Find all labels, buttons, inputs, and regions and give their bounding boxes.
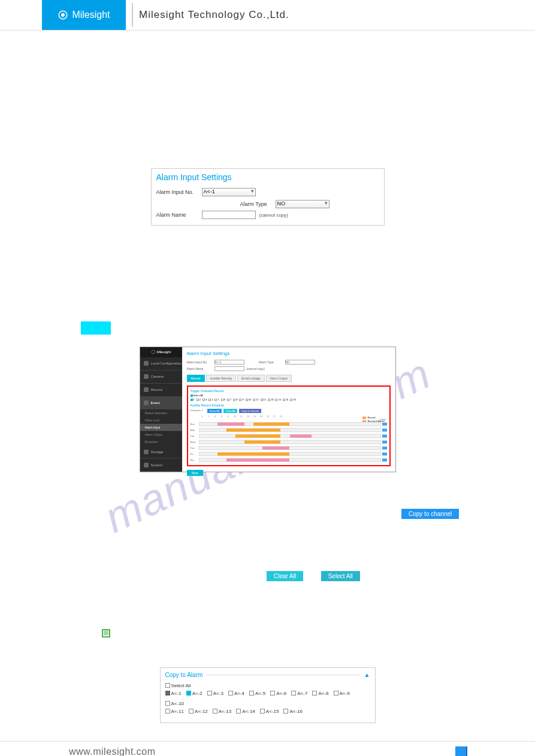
ss-name-note: (cannot copy): [247, 367, 265, 371]
checkbox-icon[interactable]: [189, 709, 194, 714]
highlight-block: [81, 321, 111, 335]
sidebar-item-system[interactable]: System: [140, 459, 182, 472]
copy-icon[interactable]: [382, 441, 387, 444]
sidebar-item-storage[interactable]: Storage: [140, 445, 182, 459]
ais-type-select[interactable]: NO: [276, 200, 330, 208]
checkbox-icon[interactable]: [202, 399, 205, 401]
ais-input-no-select[interactable]: A<-1: [202, 188, 256, 196]
ais-name-note: (cannot copy): [259, 212, 288, 218]
header-divider: [132, 3, 133, 27]
clear-all-button[interactable]: Clear All: [267, 571, 303, 581]
checkbox-icon[interactable]: [165, 701, 170, 706]
sidebar-item-local[interactable]: Local Configuration: [140, 357, 182, 371]
checkbox-icon[interactable]: [283, 709, 288, 714]
checkbox-icon[interactable]: [312, 691, 317, 696]
checkbox-icon[interactable]: [208, 399, 211, 401]
copy-icon[interactable]: [382, 459, 387, 462]
schedule-bar-thu[interactable]: [199, 446, 381, 450]
sidebar-item-record[interactable]: Record: [140, 384, 182, 397]
checkbox-icon[interactable]: [207, 691, 212, 696]
checkbox-icon[interactable]: [334, 691, 338, 696]
ss-select-all-row: Select All: [191, 394, 387, 397]
copy-icon[interactable]: [382, 435, 387, 438]
ss-tabs: Record Audible Warning Email Linkage Ala…: [187, 375, 391, 382]
checkbox-icon[interactable]: [233, 399, 235, 401]
checkbox-icon[interactable]: [275, 399, 277, 401]
checkbox-icon[interactable]: [191, 399, 193, 401]
checkbox-icon[interactable]: [165, 709, 170, 714]
checkbox-icon[interactable]: [268, 399, 270, 401]
tab-alarm-output[interactable]: Alarm Output: [266, 375, 292, 382]
checkbox-icon[interactable]: [261, 399, 263, 401]
ss-copy-channel-button[interactable]: Copy to channel: [239, 409, 261, 413]
checkbox-icon[interactable]: [165, 691, 170, 696]
schedule-bar-sat[interactable]: [199, 458, 381, 462]
copy-icon[interactable]: [382, 429, 387, 432]
save-button[interactable]: Save: [187, 470, 203, 476]
footer-url: www.milesight.com: [69, 746, 156, 756]
schedule-bar-fri[interactable]: [199, 452, 381, 456]
checkbox-icon[interactable]: [227, 399, 229, 401]
checkbox-icon[interactable]: [249, 691, 254, 696]
tab-audible[interactable]: Audible Warning: [206, 375, 237, 382]
copy-icon[interactable]: [382, 453, 387, 456]
tab-record[interactable]: Record: [187, 375, 205, 382]
checkbox-icon[interactable]: [191, 394, 193, 397]
sidebar-sub-alarm-output[interactable]: Alarm Output: [140, 431, 182, 438]
schedule-bar-mon[interactable]: [199, 428, 381, 432]
ss-main: Alarm Input Settings Alarm Input No. A<-…: [182, 347, 395, 472]
copy-alarm-title: Copy to Alarm: [165, 672, 203, 678]
ss-title: Alarm Input Settings: [187, 351, 391, 356]
checkbox-icon[interactable]: [290, 399, 292, 401]
checkbox-icon[interactable]: [221, 399, 223, 401]
spreadsheet-icon: [102, 629, 110, 637]
copy-to-channel-button[interactable]: Copy to channel: [401, 509, 459, 519]
copy-icon[interactable]: [382, 447, 387, 450]
schedule-bar-wed[interactable]: [199, 440, 381, 444]
checkbox-icon[interactable]: [283, 399, 285, 401]
checkbox-icon[interactable]: [186, 691, 191, 696]
sidebar-sub-videoloss[interactable]: Video Loss: [140, 417, 182, 424]
sidebar-item-camera[interactable]: Camera: [140, 371, 182, 384]
app-screenshot: Milesight Local Configuration Camera Rec…: [140, 347, 396, 472]
checkbox-icon[interactable]: [213, 709, 217, 714]
ss-name-input[interactable]: [214, 366, 244, 371]
checkbox-icon[interactable]: [165, 683, 170, 688]
ss-input-no-label: Alarm Input No.: [187, 360, 212, 364]
checkbox-icon[interactable]: [291, 691, 296, 696]
schedule-bar-sun[interactable]: [199, 422, 381, 426]
sidebar-sub-exception[interactable]: Exception: [140, 438, 182, 445]
header-rule: [0, 30, 535, 31]
gear-icon: [144, 361, 149, 366]
company-name: Milesight Technology Co.,Ltd.: [139, 9, 289, 21]
ss-type-select[interactable]: NO: [285, 360, 315, 365]
tab-email[interactable]: Email Linkage: [237, 375, 264, 382]
sidebar-item-event[interactable]: Event: [140, 397, 182, 410]
ss-select-all-button[interactable]: Select All: [207, 409, 222, 413]
checkbox-icon[interactable]: [239, 399, 241, 401]
checkbox-icon[interactable]: [228, 691, 233, 696]
ss-input-no-select[interactable]: A<-1: [214, 360, 244, 365]
chevron-up-icon[interactable]: ▲: [364, 672, 370, 678]
ss-schedule-grid: Record Record & Alarm 024681012141618202…: [191, 415, 387, 463]
checkbox-icon[interactable]: [260, 709, 265, 714]
copy-alarm-row1: A<-1 A<-2 A<-3 A<-4 A<-5 A<-6 A<-7 A<-8 …: [165, 691, 370, 706]
ss-sidebar: Milesight Local Configuration Camera Rec…: [140, 347, 182, 472]
sidebar-sub-motion[interactable]: Motion Detection: [140, 409, 182, 417]
checkbox-icon[interactable]: [246, 399, 248, 401]
ss-highlighted-region: Trigger Channels Record Select All 1 2 3…: [187, 385, 391, 466]
select-all-button[interactable]: Select All: [321, 571, 360, 581]
ss-clear-all-button[interactable]: Clear All: [223, 409, 237, 413]
ss-channels-row1: 1 2 3 4 5 6 7 8 9 10 11 12 13 14 15 16: [191, 398, 387, 401]
schedule-bar-tue[interactable]: [199, 434, 381, 438]
checkbox-icon[interactable]: [253, 399, 255, 401]
checkbox-icon[interactable]: [214, 399, 217, 401]
ais-name-input[interactable]: [202, 211, 256, 219]
checkbox-icon[interactable]: [270, 691, 275, 696]
sidebar-sub-alarm-input[interactable]: Alarm Input: [140, 424, 182, 431]
page-footer: www.milesight.com: [0, 741, 535, 756]
checkbox-icon[interactable]: [236, 709, 241, 714]
camera-icon: [144, 374, 149, 379]
checkbox-icon[interactable]: [197, 399, 199, 401]
copy-to-alarm-panel: Copy to Alarm ▲ Select All A<-1 A<-2 A<-…: [160, 667, 376, 723]
